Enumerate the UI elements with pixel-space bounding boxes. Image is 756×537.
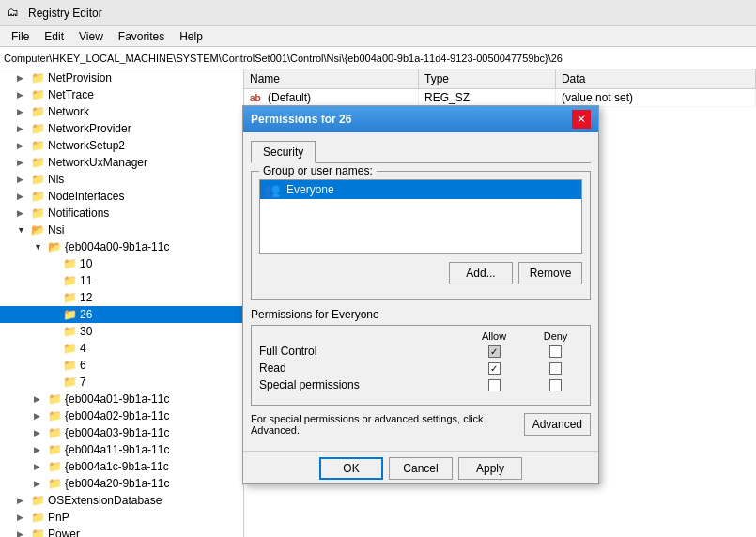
tree-item-eb004a1c[interactable]: ▶ 📁 {eb004a1c-9b1a-11c xyxy=(0,458,243,475)
tree-label: 6 xyxy=(80,359,86,372)
folder-icon: 📂 xyxy=(30,223,45,237)
read-allow-checkbox[interactable] xyxy=(488,362,501,375)
folder-icon: 📁 xyxy=(47,443,62,456)
tree-item-nodeinterfaces[interactable]: ▶ 📁 NodeInterfaces xyxy=(0,188,243,205)
tree-item-power[interactable]: ▶ 📁 Power xyxy=(0,526,243,537)
special-deny-checkbox[interactable] xyxy=(549,379,562,391)
tree-item-eb004a03[interactable]: ▶ 📁 {eb004a03-9b1a-11c xyxy=(0,424,243,441)
tree-item-12[interactable]: ▶ 📁 12 xyxy=(0,289,243,306)
user-btn-row: Add... Remove xyxy=(259,262,582,284)
menu-bar: File Edit View Favorites Help xyxy=(0,26,756,47)
tree-item-networksetup2[interactable]: ▶ 📁 NetworkSetup2 xyxy=(0,137,243,154)
folder-icon: 📁 xyxy=(62,274,77,287)
perms-col-name xyxy=(255,330,463,343)
tree-item-nls[interactable]: ▶ 📁 Nls xyxy=(0,171,243,188)
tree-item-nsi[interactable]: ▼ 📂 Nsi xyxy=(0,222,243,238)
tree-item-notifications[interactable]: ▶ 📁 Notifications xyxy=(0,205,243,222)
tree-label: NetworkSetup2 xyxy=(48,139,125,152)
tree-scroll[interactable]: ▶ 📁 NetProvision ▶ 📁 NetTrace ▶ 📁 Networ… xyxy=(0,69,243,537)
tree-arrow: ▶ xyxy=(34,479,47,488)
permissions-dialog: Permissions for 26 ✕ Security Group or u… xyxy=(242,105,599,484)
perm-row-fullcontrol: Full Control xyxy=(255,343,586,360)
tree-item-eb004a00[interactable]: ▼ 📂 {eb004a00-9b1a-11c xyxy=(0,238,243,255)
tree-item-networkuxmanager[interactable]: ▶ 📁 NetworkUxManager xyxy=(0,154,243,171)
tab-security[interactable]: Security xyxy=(251,141,316,163)
tree-item-4[interactable]: ▶ 📁 4 xyxy=(0,340,243,357)
app-icon: 🗂 xyxy=(8,6,23,21)
ok-button[interactable]: OK xyxy=(319,457,383,480)
perms-col-allow: Allow xyxy=(463,330,525,343)
tree-arrow: ▶ xyxy=(17,90,30,100)
menu-favorites[interactable]: Favorites xyxy=(111,28,172,45)
tree-item-networkprovider[interactable]: ▶ 📁 NetworkProvider xyxy=(0,120,243,137)
tree-label: 26 xyxy=(80,308,92,321)
apply-button[interactable]: Apply xyxy=(458,457,522,480)
advanced-row: For special permissions or advanced sett… xyxy=(251,413,591,436)
tree-label: {eb004a00-9b1a-11c xyxy=(65,240,169,253)
folder-icon: 📁 xyxy=(30,88,45,101)
tree-item-26[interactable]: ▶ 📁 26 xyxy=(0,306,243,323)
tree-item-osextension[interactable]: ▶ 📁 OSExtensionDatabase xyxy=(0,492,243,509)
perm-name: Special permissions xyxy=(255,376,463,393)
tree-item-eb004a02[interactable]: ▶ 📁 {eb004a02-9b1a-11c xyxy=(0,407,243,424)
tree-label: {eb004a1c-9b1a-11c xyxy=(65,460,169,473)
remove-button[interactable]: Remove xyxy=(518,262,582,284)
reg-type-icon: ab xyxy=(250,93,261,103)
perm-deny[interactable] xyxy=(525,376,586,393)
folder-icon: 📁 xyxy=(30,105,45,118)
folder-icon: 📁 xyxy=(47,392,62,406)
tree-arrow: ▶ xyxy=(34,428,47,437)
menu-view[interactable]: View xyxy=(71,28,111,45)
tree-item-11[interactable]: ▶ 📁 11 xyxy=(0,272,243,289)
menu-help[interactable]: Help xyxy=(172,28,210,45)
fullcontrol-deny-checkbox[interactable] xyxy=(549,345,562,358)
table-row[interactable]: ab (Default) REG_SZ (value not set) xyxy=(244,88,756,106)
tree-item-30[interactable]: ▶ 📁 30 xyxy=(0,323,243,340)
tree-label: Network xyxy=(48,105,89,118)
special-allow-checkbox[interactable] xyxy=(488,379,501,391)
perm-allow[interactable] xyxy=(463,376,525,393)
col-data: Data xyxy=(555,69,755,88)
tree-item-eb004a01[interactable]: ▶ 📁 {eb004a01-9b1a-11c xyxy=(0,391,243,407)
menu-edit[interactable]: Edit xyxy=(37,28,71,45)
title-bar: 🗂 Registry Editor xyxy=(0,0,756,26)
tree-item-eb004a11[interactable]: ▶ 📁 {eb004a11-9b1a-11c xyxy=(0,441,243,458)
tree-label: {eb004a02-9b1a-11c xyxy=(65,409,169,422)
perm-allow[interactable] xyxy=(463,343,525,360)
address-bar: Computer\HKEY_LOCAL_MACHINE\SYSTEM\Contr… xyxy=(0,47,756,69)
perm-deny[interactable] xyxy=(525,343,586,360)
tree-item-6[interactable]: ▶ 📁 6 xyxy=(0,357,243,374)
user-list[interactable]: 👥 Everyone xyxy=(259,179,582,254)
dialog-title-bar: Permissions for 26 ✕ xyxy=(243,106,598,132)
tree-item-eb004a20[interactable]: ▶ 📁 {eb004a20-9b1a-11c xyxy=(0,475,243,492)
permissions-label: Permissions for Everyone xyxy=(251,308,591,321)
dialog-close-button[interactable]: ✕ xyxy=(572,110,591,129)
add-button[interactable]: Add... xyxy=(449,262,513,284)
perm-deny[interactable] xyxy=(525,360,586,376)
tree-label: 4 xyxy=(80,342,86,355)
tree-arrow: ▼ xyxy=(17,225,30,235)
tree-item-7[interactable]: ▶ 📁 7 xyxy=(0,374,243,391)
tree-item-10[interactable]: ▶ 📁 10 xyxy=(0,255,243,272)
group-users-box: Group or user names: 👥 Everyone Add... R… xyxy=(251,171,591,300)
tree-arrow: ▶ xyxy=(34,411,47,421)
perm-allow[interactable] xyxy=(463,360,525,376)
read-deny-checkbox[interactable] xyxy=(549,362,562,375)
tree-item-netprovision[interactable]: ▶ 📁 NetProvision xyxy=(0,69,243,86)
tree-item-pnp[interactable]: ▶ 📁 PnP xyxy=(0,509,243,526)
tree-item-network[interactable]: ▶ 📁 Network xyxy=(0,103,243,120)
cancel-button[interactable]: Cancel xyxy=(389,457,453,480)
tree-arrow: ▶ xyxy=(17,192,30,201)
perm-row-special: Special permissions xyxy=(255,376,586,393)
advanced-button[interactable]: Advanced xyxy=(524,413,591,436)
user-list-item-everyone[interactable]: 👥 Everyone xyxy=(260,180,581,199)
app-title: Registry Editor xyxy=(28,7,102,20)
permissions-table: Allow Deny Full Control xyxy=(255,330,586,393)
fullcontrol-allow-checkbox[interactable] xyxy=(488,345,501,358)
tree-label: NetProvision xyxy=(48,71,112,84)
tree-label: Power xyxy=(48,528,80,537)
menu-file[interactable]: File xyxy=(4,28,37,45)
folder-icon: 📁 xyxy=(30,156,45,169)
tree-item-nettrace[interactable]: ▶ 📁 NetTrace xyxy=(0,86,243,103)
perm-row-read: Read xyxy=(255,360,586,376)
